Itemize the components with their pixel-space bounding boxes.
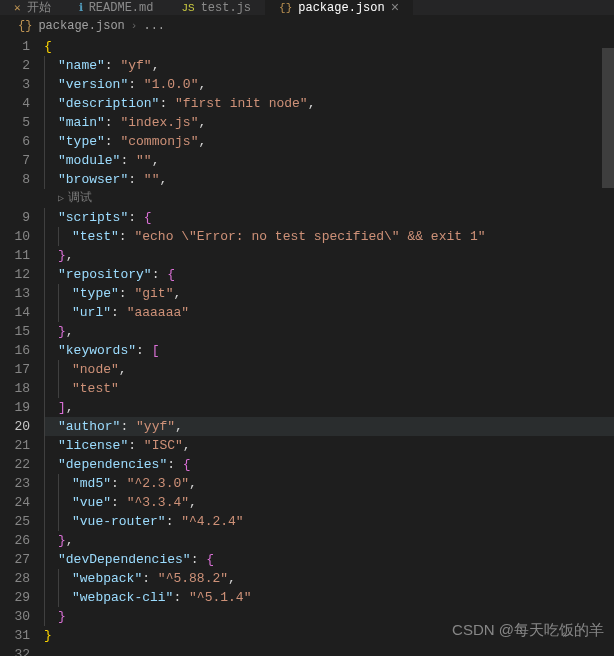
line-number: 16 bbox=[0, 341, 30, 360]
code-line[interactable]: { bbox=[44, 37, 614, 56]
code-line[interactable]: "description": "first init node", bbox=[44, 94, 614, 113]
line-number: 5 bbox=[0, 113, 30, 132]
file-type-icon: ✕ bbox=[14, 1, 21, 14]
tab--[interactable]: ✕开始 bbox=[0, 0, 65, 15]
code-line[interactable]: "dependencies": { bbox=[44, 455, 614, 474]
code-line[interactable]: "webpack": "^5.88.2", bbox=[44, 569, 614, 588]
close-icon[interactable]: × bbox=[391, 0, 399, 15]
code-line[interactable]: "type": "commonjs", bbox=[44, 132, 614, 151]
line-number: 31 bbox=[0, 626, 30, 645]
line-number: 14 bbox=[0, 303, 30, 322]
line-number: 24 bbox=[0, 493, 30, 512]
line-number: 27 bbox=[0, 550, 30, 569]
line-number: 12 bbox=[0, 265, 30, 284]
tab-label: README.md bbox=[89, 1, 154, 15]
debug-codelens-label: 调试 bbox=[68, 189, 92, 208]
code-line[interactable]: "module": "", bbox=[44, 151, 614, 170]
code-line[interactable]: "author": "yyf", bbox=[44, 417, 614, 436]
code-line[interactable]: } bbox=[44, 607, 614, 626]
line-number: 15 bbox=[0, 322, 30, 341]
code-line[interactable]: "name": "yf", bbox=[44, 56, 614, 75]
code-line[interactable]: "scripts": { bbox=[44, 208, 614, 227]
code-line[interactable]: "version": "1.0.0", bbox=[44, 75, 614, 94]
code-line[interactable]: "url": "aaaaaa" bbox=[44, 303, 614, 322]
play-icon: ▷ bbox=[58, 189, 64, 208]
line-number: 13 bbox=[0, 284, 30, 303]
tab-test-js[interactable]: JStest.js bbox=[167, 0, 265, 15]
line-number: 9 bbox=[0, 208, 30, 227]
line-number: 22 bbox=[0, 455, 30, 474]
code-line[interactable]: }, bbox=[44, 322, 614, 341]
line-number: 30 bbox=[0, 607, 30, 626]
code-editor[interactable]: 12345678 9101112131415161718192021222324… bbox=[0, 37, 614, 656]
line-number: 6 bbox=[0, 132, 30, 151]
code-line[interactable]: "vue-router": "^4.2.4" bbox=[44, 512, 614, 531]
line-number: 19 bbox=[0, 398, 30, 417]
breadcrumb-rest: ... bbox=[143, 19, 165, 33]
tab-label: 开始 bbox=[27, 0, 51, 15]
line-number: 29 bbox=[0, 588, 30, 607]
code-line[interactable]: "test" bbox=[44, 379, 614, 398]
line-number: 23 bbox=[0, 474, 30, 493]
code-line[interactable]: "main": "index.js", bbox=[44, 113, 614, 132]
tab-package-json[interactable]: {}package.json× bbox=[265, 0, 413, 15]
line-number: 2 bbox=[0, 56, 30, 75]
code-line[interactable]: "test": "echo \"Error: no test specified… bbox=[44, 227, 614, 246]
line-number: 10 bbox=[0, 227, 30, 246]
line-number: 8 bbox=[0, 170, 30, 189]
code-line[interactable]: }, bbox=[44, 531, 614, 550]
code-content[interactable]: {"name": "yf","version": "1.0.0","descri… bbox=[44, 37, 614, 656]
line-number: 21 bbox=[0, 436, 30, 455]
line-number: 17 bbox=[0, 360, 30, 379]
line-number: 25 bbox=[0, 512, 30, 531]
vertical-scrollbar[interactable] bbox=[602, 48, 614, 648]
code-line[interactable]: }, bbox=[44, 246, 614, 265]
code-line[interactable]: "keywords": [ bbox=[44, 341, 614, 360]
line-number: 28 bbox=[0, 569, 30, 588]
code-line[interactable]: "node", bbox=[44, 360, 614, 379]
line-number: 11 bbox=[0, 246, 30, 265]
code-line[interactable] bbox=[44, 645, 614, 656]
code-line[interactable]: "md5": "^2.3.0", bbox=[44, 474, 614, 493]
code-line[interactable]: "devDependencies": { bbox=[44, 550, 614, 569]
debug-codelens[interactable]: ▷调试 bbox=[44, 189, 614, 208]
tab-label: package.json bbox=[298, 1, 384, 15]
file-type-icon: ℹ bbox=[79, 1, 83, 14]
code-line[interactable]: "vue": "^3.3.4", bbox=[44, 493, 614, 512]
tab-label: test.js bbox=[201, 1, 251, 15]
breadcrumb[interactable]: {} package.json › ... bbox=[0, 15, 614, 37]
line-number: 26 bbox=[0, 531, 30, 550]
scrollbar-thumb[interactable] bbox=[602, 48, 614, 188]
code-line[interactable]: } bbox=[44, 626, 614, 645]
line-number: 1 bbox=[0, 37, 30, 56]
line-number-gutter: 12345678 9101112131415161718192021222324… bbox=[0, 37, 44, 656]
code-line[interactable]: "repository": { bbox=[44, 265, 614, 284]
code-line[interactable]: "type": "git", bbox=[44, 284, 614, 303]
line-number: 7 bbox=[0, 151, 30, 170]
code-line[interactable]: "browser": "", bbox=[44, 170, 614, 189]
tab-readme-md[interactable]: ℹREADME.md bbox=[65, 0, 168, 15]
code-line[interactable]: ], bbox=[44, 398, 614, 417]
breadcrumb-file: package.json bbox=[38, 19, 124, 33]
line-number: 32 bbox=[0, 645, 30, 656]
code-line[interactable]: "license": "ISC", bbox=[44, 436, 614, 455]
line-number: 4 bbox=[0, 94, 30, 113]
editor-tabs: ✕开始ℹREADME.mdJStest.js{}package.json× bbox=[0, 0, 614, 15]
line-number: 20 bbox=[0, 417, 30, 436]
line-number: 3 bbox=[0, 75, 30, 94]
file-type-icon: JS bbox=[181, 2, 194, 14]
chevron-right-icon: › bbox=[131, 20, 138, 32]
json-file-icon: {} bbox=[18, 19, 32, 33]
code-line[interactable]: "webpack-cli": "^5.1.4" bbox=[44, 588, 614, 607]
line-number: 18 bbox=[0, 379, 30, 398]
file-type-icon: {} bbox=[279, 2, 292, 14]
